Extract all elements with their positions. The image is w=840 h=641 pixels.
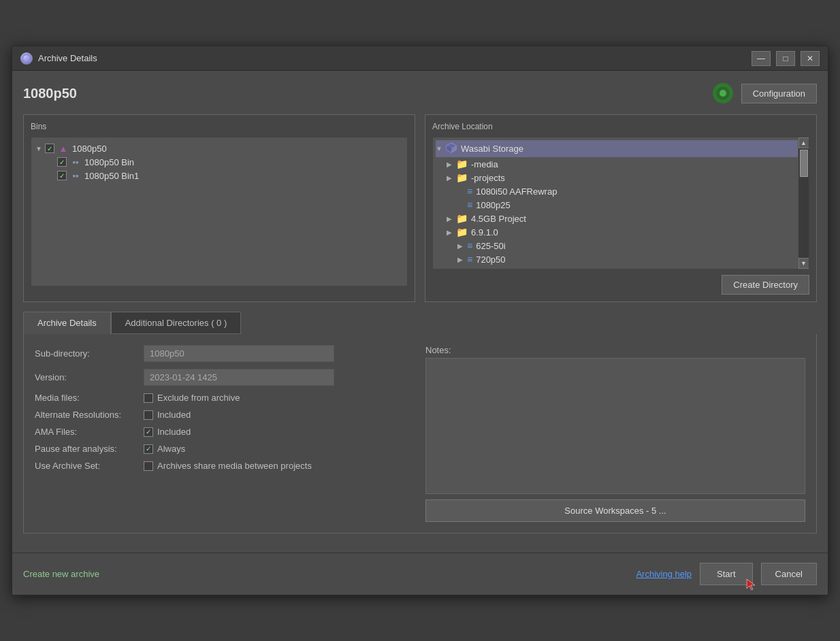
archive-tree-1080i50[interactable]: ≡ 1080i50 AAFRewrap [436, 184, 806, 198]
archive-location-panel: Archive Location ▼ [425, 114, 817, 302]
folder-icon-media: 📁 [456, 159, 468, 169]
archive-label-1080p25: 1080p25 [476, 200, 511, 210]
title-bar: i Archive Details — □ ✕ [12, 46, 828, 71]
archive-location-tree: ▼ Wasabi Storage [432, 137, 809, 269]
archive-label-media: -media [471, 159, 498, 169]
archive-tree-media[interactable]: ▶ 📁 -media [436, 157, 806, 171]
svg-marker-8 [747, 579, 755, 590]
folder-icon-projects: 📁 [456, 172, 468, 183]
version-label: Version: [35, 372, 144, 382]
svg-text:i: i [26, 56, 27, 63]
archive-icon-720p50: ≡ [467, 254, 472, 265]
create-directory-button[interactable]: Create Directory [722, 275, 809, 295]
archive-label-720p50: 720p50 [476, 254, 505, 265]
bins-label-1: 1080p50 Bin [84, 157, 134, 167]
maximize-button[interactable]: □ [776, 51, 795, 66]
window-title: Archive Details [38, 53, 752, 63]
alt-res-label: Alternate Resolutions: [35, 410, 144, 420]
green-status-button[interactable] [711, 82, 734, 105]
archive-icon-1080p25: ≡ [467, 199, 472, 210]
archive-set-row: Use Archive Set: Archives share media be… [35, 461, 415, 471]
cursor-arrow-icon [744, 578, 758, 591]
scroll-track [800, 150, 808, 257]
scroll-down-button[interactable]: ▼ [798, 258, 809, 269]
archive-label-6910: 6.9.1.0 [471, 227, 498, 237]
bins-arrow-root: ▼ [35, 145, 45, 152]
alt-res-checkbox[interactable] [144, 410, 153, 420]
media-files-row: Media files: Exclude from archive [35, 393, 415, 403]
archive-arrow-media: ▶ [447, 161, 456, 168]
subdirectory-input[interactable] [144, 345, 334, 362]
footer: Create new archive Archiving help Start … [12, 553, 828, 595]
media-files-check-group: Exclude from archive [144, 393, 240, 403]
pause-checkbox[interactable]: ✓ [144, 444, 153, 454]
start-button[interactable]: Start [700, 563, 752, 585]
minimize-button[interactable]: — [752, 51, 771, 66]
bins-checkbox-1[interactable]: ✓ [57, 157, 67, 167]
version-input[interactable] [144, 369, 334, 386]
panels-row: Bins ▼ ✓ ▲ 1080p50 ✓ ▪▪ 1080p50 Bin [23, 114, 817, 302]
close-button[interactable]: ✕ [801, 51, 820, 66]
ama-files-checkbox[interactable]: ✓ [144, 427, 153, 437]
scroll-thumb[interactable] [800, 150, 808, 177]
configuration-button[interactable]: Configuration [741, 84, 817, 103]
bins-tree-item-1[interactable]: ✓ ▪▪ 1080p50 Bin [35, 155, 403, 169]
media-files-text: Exclude from archive [157, 393, 240, 403]
scroll-up-button[interactable]: ▲ [798, 137, 809, 148]
bins-label-2: 1080p50 Bin1 [84, 171, 139, 181]
create-new-archive-link[interactable]: Create new archive [23, 569, 99, 579]
archive-arrow-720p50: ▶ [457, 256, 467, 263]
media-files-checkbox[interactable] [144, 393, 153, 403]
archive-set-label: Use Archive Set: [35, 461, 144, 471]
ama-files-row: AMA Files: ✓ Included [35, 427, 415, 437]
archive-tree-root[interactable]: ▼ Wasabi Storage [436, 140, 806, 157]
archive-arrow-625: ▶ [457, 242, 467, 250]
bins-tree-item-2[interactable]: ✓ ▪▪ 1080p50 Bin1 [35, 169, 403, 182]
archive-label-projects: -projects [471, 173, 505, 183]
archive-tree-4gb[interactable]: ▶ 📁 4.5GB Project [436, 212, 806, 225]
archive-arrow-4gb: ▶ [447, 215, 456, 223]
bins-label: Bins [31, 122, 408, 131]
form-section: Sub-directory: Version: Media files: [35, 345, 415, 522]
archive-tree-6910[interactable]: ▶ 📁 6.9.1.0 [436, 225, 806, 239]
archiving-help-link[interactable]: Archiving help [636, 569, 692, 579]
notes-textarea[interactable] [425, 358, 805, 494]
pause-label: Pause after analysis: [35, 444, 144, 454]
bins-checkbox-root[interactable]: ✓ [45, 144, 54, 153]
version-row: Version: [35, 369, 415, 386]
archive-tree-1080p25[interactable]: ≡ 1080p25 [436, 198, 806, 212]
alt-res-text: Included [157, 410, 191, 420]
archive-tree-projects[interactable]: ▶ 📁 -projects [436, 171, 806, 184]
archive-set-text: Archives share media between projects [157, 461, 312, 471]
archive-icon-625: ≡ [467, 240, 472, 251]
tab-archive-details[interactable]: Archive Details [23, 312, 111, 334]
ama-files-check-group: ✓ Included [144, 427, 191, 437]
bins-icon-2: ▪▪ [70, 170, 81, 181]
pause-check-group: ✓ Always [144, 444, 185, 454]
bins-checkbox-2[interactable]: ✓ [57, 171, 67, 180]
footer-right: Archiving help Start Cancel [636, 563, 817, 585]
tabs-row: Archive Details Additional Directories (… [23, 312, 817, 334]
tab-additional-dirs[interactable]: Additional Directories ( 0 ) [111, 312, 242, 334]
header-controls: Configuration [711, 82, 817, 105]
archive-icon-1080i50: ≡ [467, 186, 472, 197]
archive-tree-720p50[interactable]: ▶ ≡ 720p50 [436, 252, 806, 266]
source-workspaces-button[interactable]: Source Workspaces - 5 ... [425, 499, 805, 522]
archive-cube-icon [445, 142, 457, 156]
archive-set-checkbox[interactable] [144, 461, 153, 471]
tab-content: Sub-directory: Version: Media files: [23, 334, 817, 533]
svg-point-3 [720, 90, 726, 97]
archive-tree-625[interactable]: ▶ ≡ 625-50i [436, 239, 806, 252]
bins-tree-root[interactable]: ▼ ✓ ▲ 1080p50 [35, 142, 403, 155]
bins-label-root: 1080p50 [72, 144, 107, 154]
bins-icon-1: ▪▪ [70, 157, 81, 167]
cancel-button[interactable]: Cancel [761, 563, 817, 585]
media-files-label: Media files: [35, 393, 144, 403]
window-body: 1080p50 Configuration Bins ▼ [12, 71, 828, 553]
window-icon: i [20, 52, 33, 65]
alt-res-row: Alternate Resolutions: Included [35, 410, 415, 420]
archive-label-625: 625-50i [476, 241, 505, 251]
archive-arrow-root: ▼ [436, 145, 445, 152]
pause-row: Pause after analysis: ✓ Always [35, 444, 415, 454]
folder-icon-4gb: 📁 [456, 213, 468, 224]
